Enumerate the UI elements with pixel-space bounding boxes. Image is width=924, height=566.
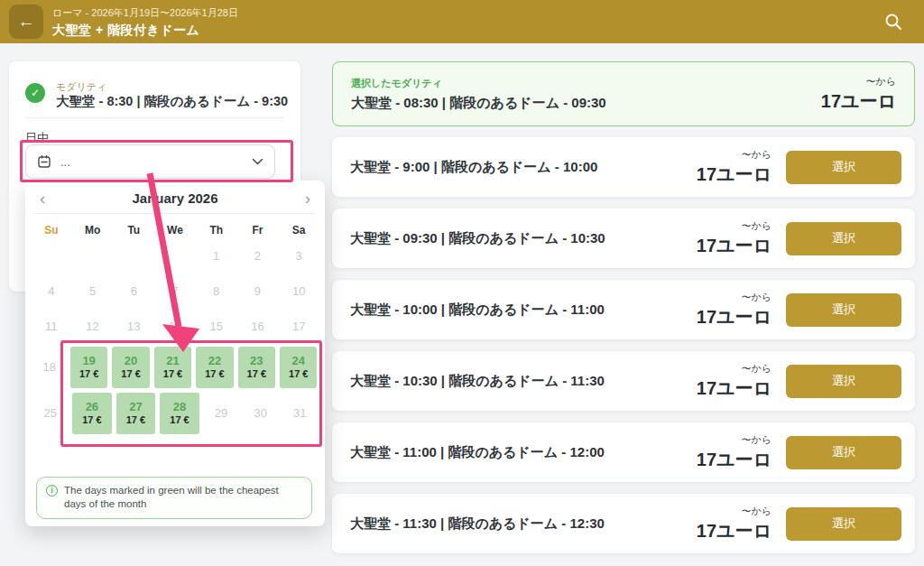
slot-title: 大聖堂 - 10:30 | 階段のあるドーム - 11:30: [350, 373, 697, 390]
back-arrow-icon: ←: [18, 12, 35, 31]
slot-price-block: 〜から 17ユーロ: [697, 219, 772, 258]
slot-price-block: 〜から 17ユーロ: [697, 291, 772, 329]
calendar-day-1: 1: [196, 249, 237, 263]
info-note: i The days marked in green will be the c…: [36, 477, 312, 519]
calendar-day-4: 4: [31, 284, 72, 298]
prev-month-button[interactable]: ‹: [40, 190, 45, 207]
calendar-day-5: 5: [72, 284, 114, 298]
slot-title: 大聖堂 - 9:00 | 階段のあるドーム - 10:00: [350, 159, 697, 176]
calendar-day-17: 17: [278, 320, 319, 333]
selected-modality-text: 選択したモダリティ 大聖堂 - 08:30 | 階段のあるドーム - 09:30: [351, 77, 606, 112]
calendar-week: 123: [25, 238, 325, 274]
calendar-day-27[interactable]: 2717 €: [116, 393, 156, 434]
calendar-grid: 1234567891011121314151617181917 €2017 €2…: [25, 238, 325, 436]
check-circle-icon: ✓: [25, 83, 45, 103]
weekday-su: Su: [31, 224, 72, 237]
calendar-day-13: 13: [113, 320, 154, 333]
header-subtitle: ローマ - 2026年1月19日〜2026年1月28日: [52, 6, 238, 20]
selected-modality-card: 選択したモダリティ 大聖堂 - 08:30 | 階段のあるドーム - 09:30…: [332, 61, 915, 126]
from-label: 〜から: [697, 362, 772, 376]
date-dropdown[interactable]: ...: [25, 144, 275, 179]
modality-value: 大聖堂 - 8:30 | 階段のあるドーム - 9:30: [56, 93, 288, 110]
header-titles: ローマ - 2026年1月19日〜2026年1月28日 大聖堂 + 階段付きドー…: [52, 6, 238, 39]
weekday-mo: Mo: [72, 224, 114, 237]
back-button[interactable]: ←: [9, 5, 43, 39]
calendar-day-14: 14: [154, 320, 196, 333]
slot-price: 17ユーロ: [697, 376, 772, 401]
slot-row: 大聖堂 - 9:00 | 階段のあるドーム - 10:00 〜から 17ユーロ …: [332, 137, 915, 197]
calendar-icon: [37, 154, 51, 169]
weekday-sa: Sa: [278, 224, 319, 237]
slot-price: 17ユーロ: [697, 448, 772, 472]
selected-modality-title: 大聖堂 - 08:30 | 階段のあるドーム - 09:30: [351, 95, 606, 112]
from-label: 〜から: [697, 219, 772, 233]
slot-row: 大聖堂 - 11:30 | 階段のあるドーム - 12:30 〜から 17ユーロ…: [332, 494, 915, 553]
calendar-day-20[interactable]: 2017 €: [112, 347, 149, 388]
calendar-day-31: 31: [280, 406, 319, 420]
calendar-day-8: 8: [196, 284, 237, 298]
calendar-day-28[interactable]: 2817 €: [160, 393, 199, 434]
calendar-day-16: 16: [237, 320, 279, 333]
calendar-day-24[interactable]: 2417 €: [280, 347, 317, 388]
calendar-day-21[interactable]: 2117 €: [154, 347, 191, 388]
slot-list: 選択したモダリティ 大聖堂 - 08:30 | 階段のあるドーム - 09:30…: [332, 61, 915, 565]
select-button[interactable]: 選択: [786, 507, 901, 541]
calendar-header: ‹ January 2026 ›: [25, 181, 325, 213]
slot-price: 17ユーロ: [697, 162, 772, 187]
weekday-row: SuMoTuWeThFrSa: [25, 214, 325, 238]
calendar-day-3: 3: [278, 249, 319, 263]
calendar-day-15: 15: [196, 320, 237, 333]
selected-modality-label: 選択したモダリティ: [351, 77, 606, 90]
search-icon[interactable]: [884, 13, 902, 31]
divider: [25, 117, 284, 118]
from-label: 〜から: [697, 433, 772, 447]
slot-price-block: 〜から 17ユーロ: [697, 148, 772, 187]
info-note-text: The days marked in green will be the che…: [64, 484, 302, 512]
from-label: 〜から: [821, 75, 896, 88]
select-button[interactable]: 選択: [786, 436, 901, 469]
calendar-day-18: 18: [31, 360, 68, 374]
slot-price-block: 〜から 17ユーロ: [697, 433, 772, 472]
calendar-day-19[interactable]: 1917 €: [70, 347, 107, 388]
select-button[interactable]: 選択: [786, 293, 901, 327]
slot-title: 大聖堂 - 11:30 | 階段のあるドーム - 12:30: [350, 515, 697, 533]
calendar-day-29: 29: [201, 406, 241, 420]
calendar-day-23[interactable]: 2317 €: [238, 347, 275, 388]
calendar-day-10: 10: [278, 284, 319, 298]
slot-price: 17ユーロ: [697, 305, 772, 329]
page-title: 大聖堂 + 階段付きドーム: [52, 23, 238, 39]
select-button[interactable]: 選択: [786, 222, 901, 255]
date-field-value: ...: [60, 155, 70, 169]
select-button[interactable]: 選択: [786, 365, 901, 398]
calendar-day-25: 25: [31, 406, 70, 420]
calendar-week: 11121314151617: [25, 309, 325, 344]
slot-rows: 大聖堂 - 9:00 | 階段のあるドーム - 10:00 〜から 17ユーロ …: [332, 137, 915, 553]
select-button[interactable]: 選択: [786, 151, 901, 184]
slot-row: 大聖堂 - 10:00 | 階段のあるドーム - 11:00 〜から 17ユーロ…: [332, 280, 915, 339]
calendar-day-2: 2: [237, 249, 279, 263]
info-icon: i: [46, 485, 58, 496]
calendar-week: 181917 €2017 €2117 €2217 €2317 €2417 €: [25, 344, 325, 390]
selected-price: 17ユーロ: [821, 89, 896, 114]
slot-row: 大聖堂 - 10:30 | 階段のあるドーム - 11:30 〜から 17ユーロ…: [332, 351, 915, 411]
from-label: 〜から: [697, 148, 772, 162]
calendar-day-11: 11: [31, 320, 72, 333]
slot-price-block: 〜から 17ユーロ: [697, 505, 772, 543]
calendar-day-12: 12: [72, 320, 114, 333]
slot-price: 17ユーロ: [697, 234, 772, 258]
slot-title: 大聖堂 - 11:00 | 階段のあるドーム - 12:00: [350, 444, 697, 461]
weekday-tu: Tu: [113, 224, 154, 237]
calendar-day-22[interactable]: 2217 €: [196, 347, 233, 388]
calendar-day-7: 7: [154, 284, 196, 298]
next-month-button[interactable]: ›: [305, 190, 310, 207]
booking-screen: ← ローマ - 2026年1月19日〜2026年1月28日 大聖堂 + 階段付き…: [0, 0, 924, 566]
calendar-day-26[interactable]: 2617 €: [72, 393, 112, 434]
selected-price-block: 〜から 17ユーロ: [821, 75, 896, 114]
calendar-popup: ‹ January 2026 › SuMoTuWeThFrSa 12345678…: [25, 181, 325, 526]
from-label: 〜から: [697, 505, 772, 518]
slot-title: 大聖堂 - 10:00 | 階段のあるドーム - 11:00: [350, 302, 697, 319]
slot-row: 大聖堂 - 11:00 | 階段のあるドーム - 12:00 〜から 17ユーロ…: [332, 422, 915, 482]
slot-row: 大聖堂 - 09:30 | 階段のあるドーム - 10:30 〜から 17ユーロ…: [332, 209, 915, 268]
header-bar: ← ローマ - 2026年1月19日〜2026年1月28日 大聖堂 + 階段付き…: [0, 0, 924, 43]
calendar-week: 252617 €2717 €2817 €293031: [25, 390, 325, 436]
